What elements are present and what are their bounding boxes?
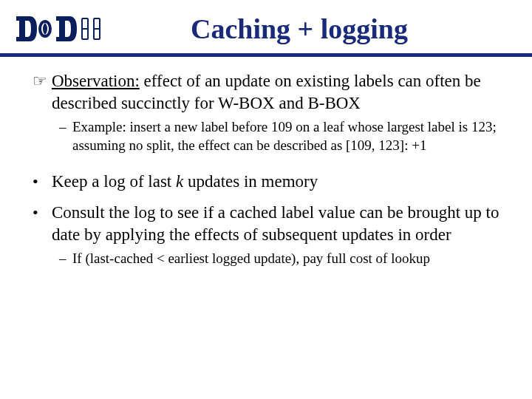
- svg-rect-6: [95, 19, 99, 28]
- sub-bullet-item: – If (last-cached < earliest logged upda…: [33, 249, 507, 267]
- italic-text: k: [176, 172, 183, 191]
- bullet-item: • Consult the log to see if a cached lab…: [33, 202, 507, 246]
- pointing-finger-icon: ☞: [33, 70, 52, 92]
- svg-rect-7: [83, 30, 87, 38]
- bullet-item: • Keep a log of last k updates in memory: [33, 171, 507, 193]
- sub-bullet-text: Example: insert a new label before 109 o…: [72, 117, 507, 154]
- duke-logo: [13, 9, 109, 49]
- svg-rect-5: [83, 19, 87, 28]
- bullet-dot-icon: •: [33, 202, 52, 224]
- bullet-text: Consult the log to see if a cached label…: [52, 202, 507, 246]
- sub-bullet-text: If (last-cached < earliest logged update…: [72, 249, 430, 267]
- bullet-text: Keep a log of last k updates in memory: [52, 171, 318, 193]
- bullet-text: Observation: effect of an update on exis…: [52, 70, 507, 115]
- dash-icon: –: [59, 117, 72, 136]
- svg-rect-8: [95, 30, 99, 38]
- underline-text: Observation:: [52, 72, 140, 90]
- slide-content: ☞ Observation: effect of an update on ex…: [0, 70, 532, 267]
- bullet-dot-icon: •: [33, 171, 52, 193]
- slide-header: Caching + logging: [0, 0, 532, 52]
- slide-title: Caching + logging: [109, 13, 519, 45]
- bullet-item: ☞ Observation: effect of an update on ex…: [33, 70, 507, 115]
- sub-bullet-item: – Example: insert a new label before 109…: [33, 117, 507, 154]
- header-divider: [0, 53, 532, 57]
- dash-icon: –: [59, 249, 72, 267]
